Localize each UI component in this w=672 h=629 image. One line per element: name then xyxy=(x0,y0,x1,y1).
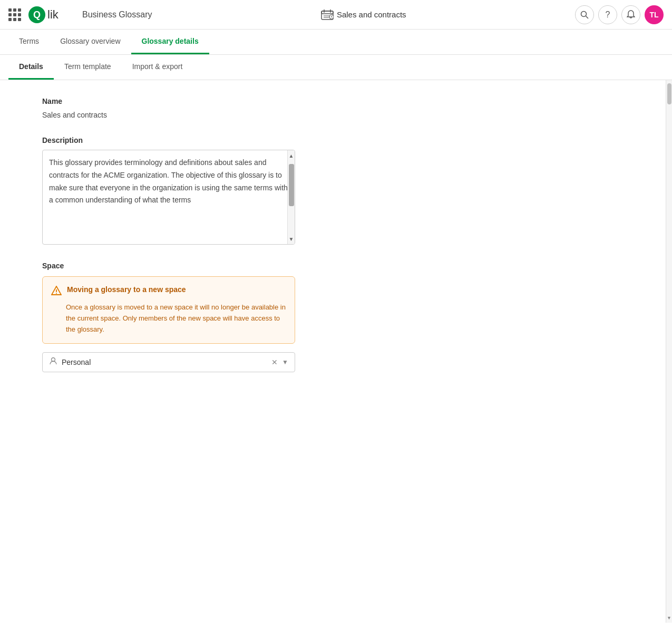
description-box[interactable]: This glossary provides terminology and d… xyxy=(42,150,295,245)
person-icon xyxy=(49,357,57,367)
glossary-nav-icon xyxy=(321,9,334,20)
clear-icon[interactable]: ✕ xyxy=(271,358,278,366)
glossary-nav: Sales and contracts xyxy=(321,9,406,20)
desc-scroll-down[interactable]: ▼ xyxy=(288,234,295,244)
page-scrollbar-track: ▼ xyxy=(666,80,672,623)
help-icon: ? xyxy=(606,10,610,20)
space-selector-actions: ✕ ▼ xyxy=(271,358,288,366)
tab-glossary-details[interactable]: Glossary details xyxy=(131,30,209,54)
apps-grid-icon[interactable] xyxy=(8,8,21,21)
warning-box: Moving a glossary to a new space Once a … xyxy=(42,276,295,344)
warning-triangle-icon xyxy=(51,286,62,298)
description-text: This glossary provides terminology and d… xyxy=(49,158,288,204)
tab-terms[interactable]: Terms xyxy=(8,30,50,54)
space-selector[interactable]: Personal ✕ ▼ xyxy=(42,352,295,372)
desc-scroll-thumb xyxy=(289,164,294,206)
nav-icons: ? TL xyxy=(575,5,664,24)
bell-icon xyxy=(627,10,635,20)
content-area: Name Sales and contracts Description Thi… xyxy=(0,80,666,623)
avatar[interactable]: TL xyxy=(645,5,664,24)
nav-center: Sales and contracts xyxy=(159,9,569,20)
search-icon xyxy=(580,11,589,19)
description-field-section: Description This glossary provides termi… xyxy=(42,136,295,245)
scroll-bottom-arrow[interactable]: ▼ xyxy=(666,615,672,621)
search-button[interactable] xyxy=(575,5,594,24)
warning-title: Moving a glossary to a new space xyxy=(67,285,186,294)
top-nav: Q lik Business Glossary Sales and contra… xyxy=(0,0,672,30)
space-label: Space xyxy=(42,262,295,270)
notifications-button[interactable] xyxy=(621,5,640,24)
glossary-name-nav: Sales and contracts xyxy=(337,10,406,19)
name-value: Sales and contracts xyxy=(42,111,295,119)
logo[interactable]: Q lik xyxy=(27,5,70,24)
svg-rect-4 xyxy=(322,11,333,14)
primary-tabs: Terms Glossary overview Glossary details xyxy=(0,30,672,55)
svg-point-12 xyxy=(581,11,587,16)
svg-text:Q: Q xyxy=(33,9,41,20)
desc-scroll-track xyxy=(288,161,295,234)
tab-term-template[interactable]: Term template xyxy=(54,55,122,80)
desc-scroll-up[interactable]: ▲ xyxy=(288,150,295,161)
description-scrollbar[interactable]: ▲ ▼ xyxy=(287,150,295,244)
tab-import-export[interactable]: Import & export xyxy=(122,55,193,80)
warning-body: Once a glossary is moved to a new space … xyxy=(51,302,286,335)
qlik-logo: Q lik xyxy=(27,5,70,24)
svg-point-16 xyxy=(56,293,57,294)
svg-line-13 xyxy=(586,16,589,18)
space-field-section: Space Moving a glossary to a new space O… xyxy=(42,262,295,372)
page-scrollbar-thumb[interactable] xyxy=(667,83,671,104)
main-layout: Name Sales and contracts Description Thi… xyxy=(0,80,672,623)
description-label: Description xyxy=(42,136,295,144)
chevron-down-icon[interactable]: ▼ xyxy=(282,359,288,366)
warning-header: Moving a glossary to a new space xyxy=(51,285,286,298)
secondary-tabs: Details Term template Import & export xyxy=(0,55,672,80)
name-label: Name xyxy=(42,97,295,105)
app-title: Business Glossary xyxy=(82,10,152,20)
help-button[interactable]: ? xyxy=(598,5,617,24)
space-value: Personal xyxy=(62,358,271,366)
tab-glossary-overview[interactable]: Glossary overview xyxy=(50,30,131,54)
tab-details[interactable]: Details xyxy=(8,55,54,80)
svg-text:lik: lik xyxy=(47,8,59,21)
name-field-section: Name Sales and contracts xyxy=(42,97,295,119)
